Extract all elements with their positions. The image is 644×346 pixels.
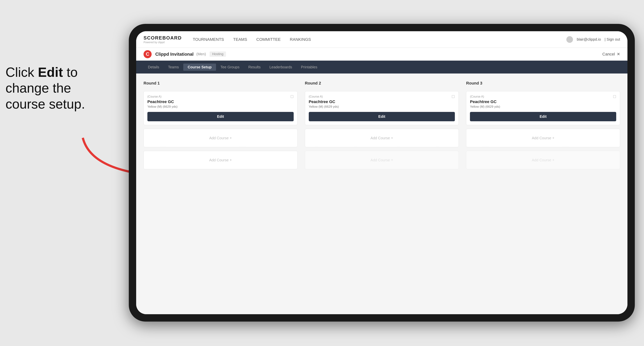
round-2-course-details: Yellow (M) (6629 yds) xyxy=(309,105,455,109)
rounds-grid: Round 1 ☐ (Course A) Peachtree GC Yellow… xyxy=(144,81,620,169)
logo-area: SCOREBOARD Powered by clippd xyxy=(144,35,182,44)
sub-bar-right: Cancel ✕ xyxy=(602,52,620,57)
round-2-label: Round 2 xyxy=(305,81,459,86)
tablet-screen: SCOREBOARD Powered by clippd TOURNAMENTS… xyxy=(136,31,628,314)
round-2-add-course-label-1: Add Course + xyxy=(370,136,393,140)
round-2-course-card: ☐ (Course A) Peachtree GC Yellow (M) (66… xyxy=(305,91,459,125)
tournament-icon: C xyxy=(144,50,152,58)
round-1-delete-icon[interactable]: ☐ xyxy=(289,94,295,99)
sign-out-link[interactable]: | Sign out xyxy=(604,37,620,41)
round-3-course-name: Peachtree GC xyxy=(470,99,616,104)
round-2-course-name: Peachtree GC xyxy=(309,99,455,104)
nav-links: TOURNAMENTS TEAMS COMMITTEE RANKINGS xyxy=(193,36,566,43)
hosting-badge: Hosting xyxy=(210,51,226,57)
round-3-column: Round 3 ☐ (Course A) Peachtree GC Yellow… xyxy=(466,81,620,169)
round-3-course-label: (Course A) xyxy=(470,95,616,98)
user-email: blair@clippd.io xyxy=(577,37,601,41)
round-3-add-course-label-2: Add Course + xyxy=(532,158,554,162)
tab-teams[interactable]: Teams xyxy=(164,64,183,71)
tab-printables[interactable]: Printables xyxy=(296,64,322,71)
round-2-add-course-1[interactable]: Add Course + xyxy=(305,129,459,147)
nav-rankings[interactable]: RANKINGS xyxy=(290,36,311,43)
round-1-course-card: ☐ (Course A) Peachtree GC Yellow (M) (66… xyxy=(144,91,298,125)
round-1-edit-button[interactable]: Edit xyxy=(148,112,294,121)
tournament-name: Clippd Invitational xyxy=(155,52,194,57)
tournament-gender: (Men) xyxy=(196,52,206,56)
round-1-add-course-label-2: Add Course + xyxy=(209,158,232,162)
round-3-add-course-2: Add Course + xyxy=(466,151,620,169)
round-1-course-label: (Course A) xyxy=(148,95,294,98)
nav-teams[interactable]: TEAMS xyxy=(233,36,247,43)
tab-leaderboards[interactable]: Leaderboards xyxy=(265,64,296,71)
round-2-edit-button[interactable]: Edit xyxy=(309,112,455,121)
round-2-add-course-2: Add Course + xyxy=(305,151,459,169)
round-3-delete-icon[interactable]: ☐ xyxy=(612,94,617,99)
round-3-add-course-label-1: Add Course + xyxy=(532,136,554,140)
sub-bar: C Clippd Invitational (Men) Hosting Canc… xyxy=(136,48,628,61)
round-3-add-course-1[interactable]: Add Course + xyxy=(466,129,620,147)
instruction-text: Click Edit to change the course setup. xyxy=(6,64,85,112)
nav-tournaments[interactable]: TOURNAMENTS xyxy=(193,36,224,43)
nav-avatar xyxy=(566,36,573,43)
tab-bar: Details Teams Course Setup Tee Groups Re… xyxy=(136,61,628,73)
cancel-button[interactable]: Cancel xyxy=(602,52,615,57)
tab-tee-groups[interactable]: Tee Groups xyxy=(216,64,244,71)
round-2-delete-icon[interactable]: ☐ xyxy=(450,94,456,99)
round-1-label: Round 1 xyxy=(144,81,298,86)
tab-course-setup[interactable]: Course Setup xyxy=(183,64,216,71)
round-1-course-details: Yellow (M) (6629 yds) xyxy=(148,105,294,109)
tab-details[interactable]: Details xyxy=(144,64,164,71)
round-3-label: Round 3 xyxy=(466,81,620,86)
nav-right: blair@clippd.io | Sign out xyxy=(566,36,620,43)
cancel-icon[interactable]: ✕ xyxy=(617,52,620,57)
tablet-frame: SCOREBOARD Powered by clippd TOURNAMENTS… xyxy=(129,24,635,322)
tab-results[interactable]: Results xyxy=(244,64,265,71)
round-3-edit-button[interactable]: Edit xyxy=(470,112,616,121)
round-1-add-course-2[interactable]: Add Course + xyxy=(144,151,298,169)
round-1-add-course-label-1: Add Course + xyxy=(209,136,232,140)
round-3-course-details: Yellow (M) (6629 yds) xyxy=(470,105,616,109)
round-1-course-name: Peachtree GC xyxy=(148,99,294,104)
top-nav: SCOREBOARD Powered by clippd TOURNAMENTS… xyxy=(136,31,628,48)
logo-scoreboard: SCOREBOARD xyxy=(144,35,182,41)
round-1-add-course-1[interactable]: Add Course + xyxy=(144,129,298,147)
main-content: Round 1 ☐ (Course A) Peachtree GC Yellow… xyxy=(136,73,628,314)
round-3-course-card: ☐ (Course A) Peachtree GC Yellow (M) (66… xyxy=(466,91,620,125)
round-2-course-label: (Course A) xyxy=(309,95,455,98)
nav-committee[interactable]: COMMITTEE xyxy=(256,36,280,43)
round-2-add-course-label-2: Add Course + xyxy=(370,158,393,162)
round-1-column: Round 1 ☐ (Course A) Peachtree GC Yellow… xyxy=(144,81,298,169)
logo-sub: Powered by clippd xyxy=(144,41,182,44)
round-2-column: Round 2 ☐ (Course A) Peachtree GC Yellow… xyxy=(305,81,459,169)
bold-edit: Edit xyxy=(38,65,63,80)
